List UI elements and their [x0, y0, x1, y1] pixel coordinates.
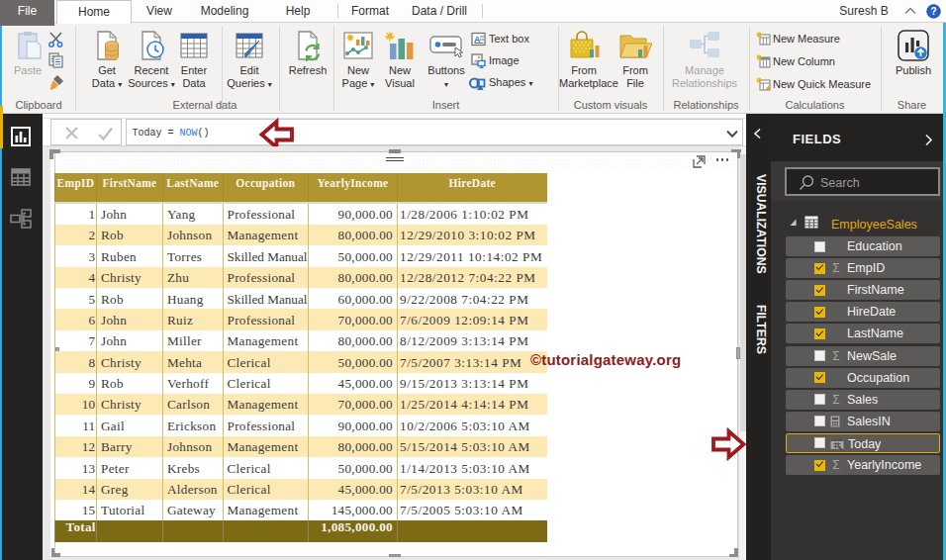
svg-text:?: ?: [930, 6, 936, 17]
